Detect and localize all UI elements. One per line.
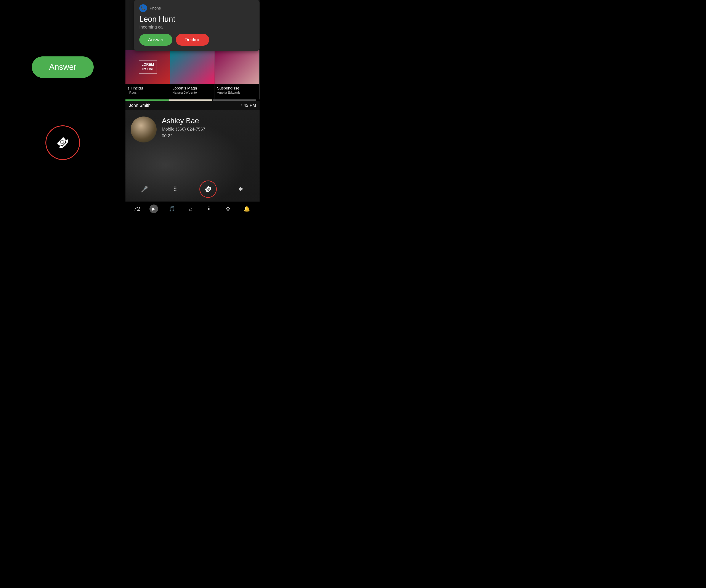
active-call-panel: Ashley Bae Mobile (360) 624-7567 00:22 🎤… <box>125 110 260 201</box>
lorem-ipsum-label: LOREMIPSUM. <box>139 60 157 74</box>
card-2-info: Lobortis Magn Nayara Defuente <box>170 84 215 96</box>
end-call-icon: ☎ <box>203 184 213 194</box>
card-3-info: Suspendisse Amelia Edwards <box>215 84 259 96</box>
call-duration: 00:22 <box>162 133 205 138</box>
answer-button-large[interactable]: Answer <box>32 56 94 78</box>
card-3-author: Amelia Edwards <box>217 91 257 94</box>
fan-button[interactable]: ✿ <box>223 204 233 214</box>
card-1-author: i Ryushi <box>128 91 168 94</box>
notif-decline-button[interactable]: Decline <box>176 34 209 46</box>
active-caller-number: Mobile (360) 624-7567 <box>162 127 205 132</box>
notif-answer-button[interactable]: Answer <box>139 34 172 46</box>
home-button[interactable]: ⌂ <box>186 204 196 214</box>
bell-icon: 🔔 <box>243 206 250 212</box>
notif-caller-name: Leon Hunt <box>139 15 254 24</box>
call-bar: John Smith 7:43 PM <box>125 101 260 110</box>
media-icon[interactable]: 🎵 <box>167 204 177 214</box>
notifications-button[interactable]: 🔔 <box>242 204 251 214</box>
home-icon: ⌂ <box>189 206 193 212</box>
card-2-thumbnail <box>170 50 215 84</box>
call-bar-name: John Smith <box>129 103 151 108</box>
card-1[interactable]: LOREMIPSUM. s Tincidu i Ryushi <box>125 50 170 99</box>
end-call-button[interactable]: ☎ <box>199 180 217 198</box>
bluetooth-button[interactable]: ✱ <box>234 182 248 196</box>
chevron-right-icon: ▶ <box>152 206 155 211</box>
notification-popup: 📞 Phone Leon Hunt Incoming call Answer D… <box>134 0 260 51</box>
grid-icon: ⠿ <box>207 206 211 212</box>
keypad-button[interactable]: ⠿ <box>168 182 182 196</box>
active-call-content: Ashley Bae Mobile (360) 624-7567 00:22 <box>125 110 260 176</box>
phone-app-icon: 📞 <box>139 4 147 12</box>
right-panel: 📞 Phone Leon Hunt Incoming call Answer D… <box>125 0 260 216</box>
card-1-thumbnail: LOREMIPSUM. <box>125 50 170 84</box>
fan-icon: ✿ <box>226 206 230 212</box>
music-note-icon: 🎵 <box>169 206 175 212</box>
call-bar-time: 7:43 PM <box>240 103 256 108</box>
notif-actions: Answer Decline <box>139 34 254 46</box>
call-controls: 🎤 ⠿ ☎ ✱ <box>125 176 260 201</box>
mute-button[interactable]: 🎤 <box>138 182 151 196</box>
phone-end-icon: ☎ <box>54 134 72 151</box>
card-1-title: s Tincidu <box>128 86 168 91</box>
card-3-thumbnail <box>215 50 259 84</box>
notif-subtitle: Incoming call <box>139 25 254 30</box>
card-2-author: Nayara Defuente <box>172 91 212 94</box>
avatar-image <box>131 117 157 142</box>
caller-info: Ashley Bae Mobile (360) 624-7567 00:22 <box>162 117 205 138</box>
nav-forward-button[interactable]: ▶ <box>150 205 158 213</box>
active-caller-name: Ashley Bae <box>162 117 205 125</box>
bluetooth-icon: ✱ <box>238 186 243 193</box>
cards-row: LOREMIPSUM. s Tincidu i Ryushi Lobortis … <box>125 50 260 99</box>
mute-icon: 🎤 <box>141 186 148 193</box>
temperature-display: 72 <box>133 205 140 212</box>
bottom-bar: 72 ▶ 🎵 ⌂ ⠿ ✿ 🔔 <box>125 201 260 216</box>
keypad-icon: ⠿ <box>173 186 178 193</box>
card-3-title: Suspendisse <box>217 86 257 91</box>
notif-app-name: Phone <box>150 6 161 11</box>
card-2-title: Lobortis Magn <box>172 86 212 91</box>
decline-circle-button[interactable]: ☎ <box>45 125 80 160</box>
card-3[interactable]: Suspendisse Amelia Edwards <box>215 50 260 99</box>
left-panel: Answer ☎ <box>0 0 125 216</box>
card-2[interactable]: Lobortis Magn Nayara Defuente <box>170 50 215 99</box>
apps-button[interactable]: ⠿ <box>205 204 214 214</box>
notif-header: 📞 Phone <box>139 4 254 12</box>
caller-avatar <box>131 117 157 142</box>
card-1-info: s Tincidu i Ryushi <box>125 84 170 96</box>
